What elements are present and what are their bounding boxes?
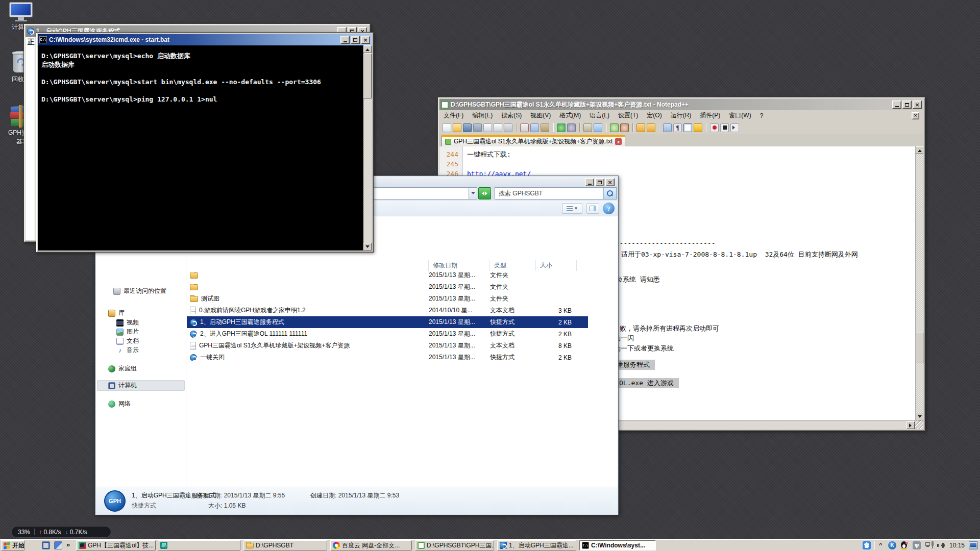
file-row[interactable]: 2、进入GPH三国霸途OL 111111 111111 2015/1/13 星期… xyxy=(187,328,588,340)
search-box[interactable]: 搜索 GPHSGBT xyxy=(495,187,617,199)
sidebar-item-homegroup[interactable]: 家庭组 xyxy=(108,364,137,373)
file-row[interactable]: 测试图 2015/1/13 星期...文件夹 xyxy=(187,293,588,305)
notepad-titlebar[interactable]: D:\GPHSGBT\GPH三国霸途ol S1永久单机珍藏版+架设视频+客户资源… xyxy=(439,99,923,110)
scroll-right-icon[interactable] xyxy=(906,421,915,429)
change-view-button[interactable]: ▼ xyxy=(562,203,582,214)
address-dropdown-icon[interactable] xyxy=(469,187,477,199)
start-button[interactable]: 开始 xyxy=(1,540,24,550)
close-button[interactable]: × xyxy=(913,101,922,109)
sidebar-item-computer[interactable]: 计算机 xyxy=(108,381,137,390)
file-row[interactable]: GPH三国霸途ol S1永久单机珍藏版+架设视频+客户资源 2015/1/13 … xyxy=(187,340,588,352)
task-button-explorer[interactable]: D:\GPHSGBT xyxy=(243,540,327,550)
cmd-console[interactable]: D:\GPHSGBT\server\mysql>echo 启动数据库 启动数据库… xyxy=(38,45,372,251)
show-desktop-button[interactable] xyxy=(969,541,978,549)
quicklaunch-desktop-icon[interactable] xyxy=(54,541,62,549)
task-button-game-site[interactable]: GPH【三国霸途ol】技... xyxy=(76,540,156,550)
editor-vscrollbar[interactable] xyxy=(915,146,923,420)
search-icon[interactable] xyxy=(603,188,616,199)
save-all-icon[interactable] xyxy=(473,123,482,132)
net-speed-widget[interactable]: 33% ↑ 0.8K/s ↓ 0.7K/s xyxy=(11,526,111,538)
sidebar-item-documents[interactable]: 文档 xyxy=(116,336,139,346)
scroll-thumb[interactable] xyxy=(363,54,372,98)
undo-icon[interactable] xyxy=(557,123,566,132)
function-list-icon[interactable] xyxy=(694,123,702,132)
search-input[interactable]: 搜索 GPHSGBT xyxy=(495,189,603,198)
quicklaunch-overflow-icon[interactable]: » xyxy=(66,541,70,548)
print-icon[interactable] xyxy=(504,123,512,132)
quicklaunch-computer-icon[interactable] xyxy=(42,541,50,549)
copy-icon[interactable] xyxy=(530,123,539,132)
replace-icon[interactable] xyxy=(594,123,602,132)
file-row[interactable]: 2015/1/13 星期...文件夹 xyxy=(187,269,588,281)
menu-macro[interactable]: 宏(O) xyxy=(647,111,662,120)
file-row-selected[interactable]: 1、启动GPH三国霸途服务程式 2015/1/13 星期...快捷方式2 KB xyxy=(187,316,588,328)
maximize-button[interactable] xyxy=(351,36,360,44)
file-row[interactable]: 2015/1/13 星期...文件夹 xyxy=(187,281,588,293)
record-macro-icon[interactable] xyxy=(710,123,719,132)
menu-format[interactable]: 格式(M) xyxy=(559,111,581,120)
resize-grip[interactable] xyxy=(915,420,923,429)
paste-icon[interactable] xyxy=(541,123,549,132)
sidebar-item-recent-places[interactable]: 最近访问的位置 xyxy=(113,286,166,296)
redo-icon[interactable] xyxy=(567,123,576,132)
file-row[interactable]: 0.游戏前请阅读GPH游戏者之家申明1.2 2014/10/10 星...文本文… xyxy=(187,305,588,316)
tray-qq-penguin-icon[interactable] xyxy=(900,541,908,549)
close-doc-icon[interactable] xyxy=(483,123,492,132)
show-hidden-icons-chevron[interactable]: ^ xyxy=(879,542,882,548)
file-row[interactable]: 一键关闭 2015/1/13 星期...快捷方式2 KB xyxy=(187,352,588,363)
menu-run[interactable]: 运行(R) xyxy=(671,111,692,120)
cmd-titlebar[interactable]: C:\ C:\Windows\system32\cmd.exe - start.… xyxy=(38,34,372,45)
tray-volume-icon[interactable] xyxy=(937,541,945,549)
play-macro-icon[interactable] xyxy=(730,123,739,132)
indent-guide-icon[interactable] xyxy=(683,123,692,132)
word-wrap-icon[interactable] xyxy=(663,123,672,132)
sidebar-item-pictures[interactable]: 图片 xyxy=(116,327,139,337)
menu-edit[interactable]: 编辑(E) xyxy=(472,111,493,120)
preview-pane-button[interactable] xyxy=(586,203,599,214)
maximize-button[interactable] xyxy=(595,178,604,186)
tray-network-icon[interactable] xyxy=(925,541,934,549)
scroll-thumb[interactable] xyxy=(916,333,923,363)
close-all-icon[interactable] xyxy=(494,123,502,132)
scroll-down-icon[interactable] xyxy=(916,413,923,420)
doc-close-icon[interactable]: × xyxy=(912,112,919,119)
open-file-icon[interactable] xyxy=(453,123,461,132)
scroll-up-icon[interactable] xyxy=(363,45,372,53)
close-button[interactable]: × xyxy=(605,178,615,186)
minimize-button[interactable] xyxy=(340,36,350,44)
stop-macro-icon[interactable] xyxy=(720,123,729,132)
find-icon[interactable] xyxy=(583,123,592,132)
scroll-down-icon[interactable] xyxy=(363,243,372,251)
scroll-up-icon[interactable] xyxy=(916,146,923,154)
sync-h-icon[interactable] xyxy=(647,123,655,132)
task-button-launcher[interactable]: 1、启动GPH三国霸途... xyxy=(497,540,576,550)
tray-clock[interactable]: 10:15 xyxy=(949,542,965,549)
show-all-chars-icon[interactable]: ¶ xyxy=(673,123,682,132)
menu-search[interactable]: 搜索(S) xyxy=(501,111,522,120)
refresh-go-icon[interactable] xyxy=(478,187,491,199)
menu-settings[interactable]: 设置(T) xyxy=(618,111,638,120)
sidebar-item-videos[interactable]: 视频 xyxy=(116,318,139,328)
new-file-icon[interactable] xyxy=(443,123,451,132)
task-button-baidu-pan[interactable]: 百度云 网盘-全部文... xyxy=(330,540,412,550)
task-button-yi[interactable]: 易 xyxy=(158,540,240,550)
zoom-out-icon[interactable] xyxy=(620,123,629,132)
save-icon[interactable] xyxy=(463,123,472,132)
sidebar-item-music[interactable]: ♪ 音乐 xyxy=(116,345,139,355)
help-icon[interactable]: ? xyxy=(603,203,615,214)
sync-v-icon[interactable] xyxy=(636,123,645,132)
minimize-button[interactable] xyxy=(892,101,901,109)
maximize-button[interactable] xyxy=(902,101,912,109)
sidebar-item-network[interactable]: 网络 xyxy=(108,399,131,409)
menu-window[interactable]: 窗口(W) xyxy=(729,111,751,120)
menu-help[interactable]: ? xyxy=(760,112,764,119)
baidu-paw-icon[interactable] xyxy=(863,541,871,549)
minimize-button[interactable] xyxy=(585,178,594,186)
menu-plugins[interactable]: 插件(P) xyxy=(700,111,720,120)
tray-usb-icon[interactable]: ψ xyxy=(913,541,921,549)
task-button-notepad[interactable]: D:\GPHSGBT\GPH三国... xyxy=(415,540,494,550)
tray-k-icon[interactable]: K xyxy=(888,541,896,549)
menu-language[interactable]: 语言(L) xyxy=(590,111,609,120)
document-tab[interactable]: GPH三国霸途ol S1永久单机珍藏版+架设视频+客户资源.txt x xyxy=(442,135,625,146)
zoom-in-icon[interactable] xyxy=(610,123,619,132)
